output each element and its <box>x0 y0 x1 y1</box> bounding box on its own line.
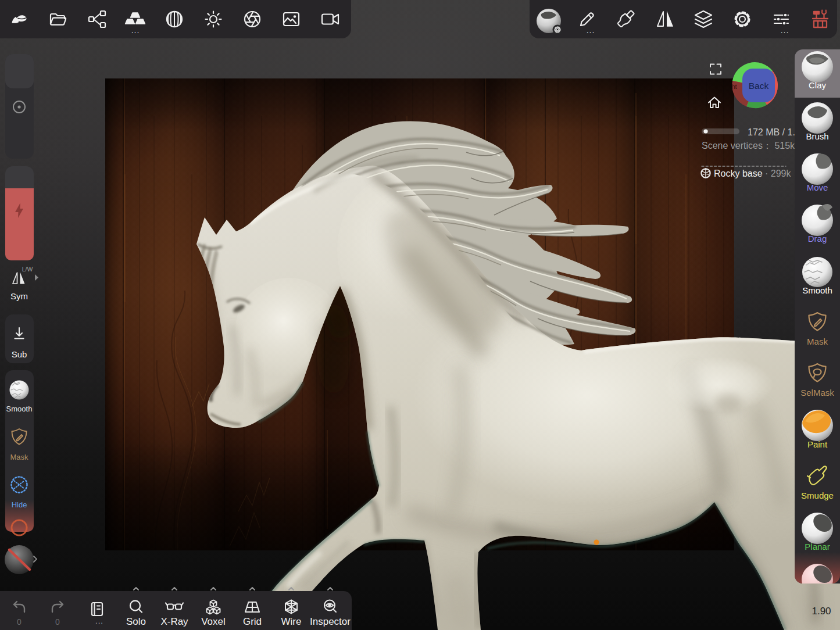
svg-text:Brush: Brush <box>806 131 828 141</box>
svg-text:Scene vertices： 515k: Scene vertices： 515k <box>702 141 795 151</box>
svg-text:Smooth: Smooth <box>802 285 832 295</box>
svg-text:Sym: Sym <box>10 291 28 301</box>
svg-text:Smooth: Smooth <box>6 405 33 413</box>
svg-text:Clay: Clay <box>809 80 827 90</box>
svg-text:...: ... <box>95 617 103 625</box>
svg-text:Smudge: Smudge <box>801 491 834 500</box>
svg-text:Solo: Solo <box>126 616 146 627</box>
svg-text:Grid: Grid <box>243 616 262 627</box>
svg-text:Sub: Sub <box>12 349 27 359</box>
svg-text:Drag: Drag <box>808 234 827 244</box>
svg-text:0: 0 <box>55 617 60 627</box>
svg-text:Back: Back <box>749 81 769 91</box>
svg-text:Inspector: Inspector <box>310 616 351 627</box>
svg-text:Move: Move <box>807 182 828 192</box>
svg-text:Wire: Wire <box>281 616 302 627</box>
svg-text:1.90: 1.90 <box>812 606 831 617</box>
svg-text:...: ... <box>781 26 789 35</box>
svg-text:ht: ht <box>731 83 737 90</box>
svg-text:Mask: Mask <box>10 453 28 461</box>
svg-text:X-Ray: X-Ray <box>160 616 188 627</box>
svg-text:...: ... <box>587 26 595 35</box>
svg-text:...: ... <box>131 26 140 35</box>
svg-text:0: 0 <box>17 617 22 627</box>
svg-text:SelMask: SelMask <box>800 388 834 398</box>
svg-text:Hide: Hide <box>12 500 27 509</box>
svg-text:172 MB / 1.5: 172 MB / 1.5 <box>748 127 800 137</box>
svg-text:Rocky base · 299k: Rocky base · 299k <box>714 169 792 178</box>
svg-text:L/W: L/W <box>22 266 33 273</box>
svg-text:Paint: Paint <box>807 439 828 449</box>
svg-text:Voxel: Voxel <box>201 616 226 627</box>
svg-text:Planar: Planar <box>805 542 830 552</box>
svg-text:Mask: Mask <box>807 337 828 346</box>
